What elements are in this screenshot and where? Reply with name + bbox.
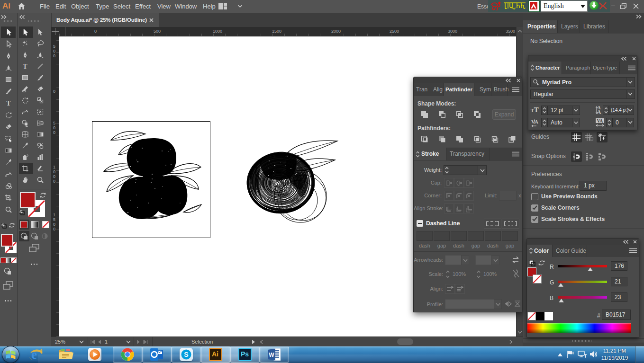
svg-text:W: W [269,352,274,358]
svg-text:A: A [597,109,601,115]
svg-text:S: S [184,351,188,358]
svg-text:e: e [31,347,37,362]
svg-text:VA: VA [597,118,603,124]
svg-text:A: A [535,119,538,124]
